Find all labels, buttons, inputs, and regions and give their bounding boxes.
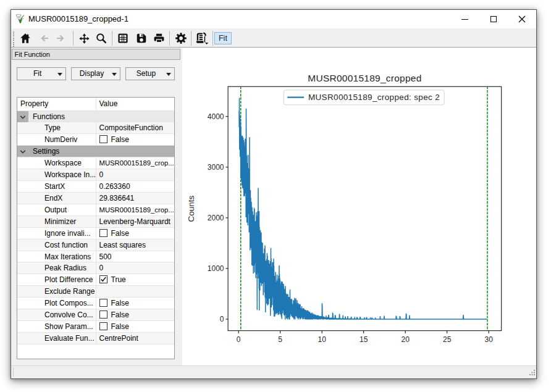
svg-text:MUSR00015189_cropped: spec 2: MUSR00015189_cropped: spec 2 xyxy=(308,93,440,102)
svg-text:MUSR00015189_cropped: MUSR00015189_cropped xyxy=(308,73,421,83)
svg-text:15: 15 xyxy=(360,335,368,344)
svg-text:5: 5 xyxy=(278,335,282,344)
svg-text:1000: 1000 xyxy=(208,264,224,273)
svg-text:30: 30 xyxy=(485,335,494,344)
svg-text:3000: 3000 xyxy=(208,163,224,172)
svg-text:2000: 2000 xyxy=(208,214,224,222)
svg-text:4000: 4000 xyxy=(208,112,224,121)
svg-text:0: 0 xyxy=(220,315,224,323)
svg-text:Counts: Counts xyxy=(187,196,196,222)
svg-text:20: 20 xyxy=(402,335,410,344)
svg-text:25: 25 xyxy=(443,335,452,344)
svg-text:10: 10 xyxy=(318,335,327,344)
svg-text:0: 0 xyxy=(237,335,241,344)
